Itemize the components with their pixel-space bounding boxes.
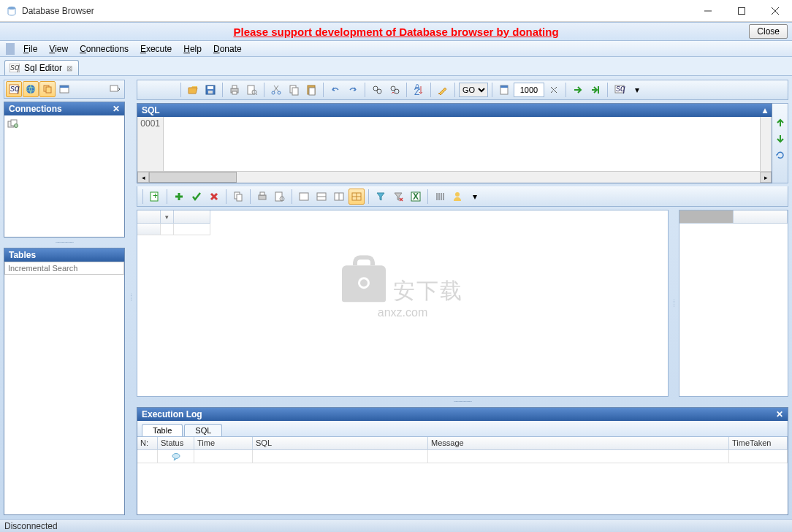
redo-icon[interactable] xyxy=(345,82,361,98)
menu-execute[interactable]: Execute xyxy=(136,42,176,56)
new-record-icon[interactable]: + xyxy=(147,189,163,205)
copy-clipboard-icon[interactable] xyxy=(286,82,302,98)
banner-close-button[interactable]: Close xyxy=(749,24,788,39)
copy-icon[interactable] xyxy=(39,81,56,97)
view4-icon[interactable] xyxy=(349,189,365,205)
splitter-horizontal[interactable] xyxy=(4,240,125,245)
svg-rect-12 xyxy=(46,87,51,93)
export-excel-icon[interactable]: X xyxy=(408,189,424,205)
svg-rect-56 xyxy=(237,194,242,201)
delete-icon[interactable] xyxy=(206,189,222,205)
log-tab-table[interactable]: Table xyxy=(142,424,183,436)
refresh-icon[interactable] xyxy=(774,149,786,161)
status-text: Disconnected xyxy=(4,521,58,531)
grid-row-selector[interactable] xyxy=(161,210,174,224)
paste-icon[interactable] xyxy=(303,82,319,98)
limit-toggle-icon[interactable] xyxy=(546,82,562,98)
watermark: 安下载 anxz.com xyxy=(342,265,463,319)
minimize-button[interactable] xyxy=(691,0,725,22)
find-icon[interactable] xyxy=(369,82,385,98)
sql-side-toolbar xyxy=(772,103,788,183)
duplicate-icon[interactable] xyxy=(230,189,246,205)
sql-editor[interactable] xyxy=(164,117,760,171)
replace-icon[interactable] xyxy=(387,82,403,98)
log-row[interactable] xyxy=(137,450,788,463)
open-icon[interactable] xyxy=(185,82,201,98)
exec-log-close-icon[interactable]: ✕ xyxy=(776,409,783,419)
window-title: Database Browser xyxy=(22,6,691,16)
scroll-left-icon[interactable]: ◂ xyxy=(137,172,149,183)
grid-corner[interactable] xyxy=(137,210,161,224)
log-col-sql[interactable]: SQL xyxy=(253,437,428,449)
history-up-icon[interactable] xyxy=(774,117,786,129)
menu-help[interactable]: Help xyxy=(179,42,206,56)
log-col-message[interactable]: Message xyxy=(428,437,729,449)
log-col-time[interactable]: Time xyxy=(194,437,253,449)
execute-icon[interactable] xyxy=(570,82,586,98)
page-icon[interactable] xyxy=(496,82,512,98)
limit-input[interactable] xyxy=(514,83,544,97)
filter-icon[interactable] xyxy=(373,189,389,205)
side-grid[interactable] xyxy=(679,210,788,397)
menu-donate[interactable]: Donate xyxy=(209,42,246,56)
view3-icon[interactable] xyxy=(331,189,347,205)
tab-close-icon[interactable]: ⊠ xyxy=(66,64,72,72)
log-col-status[interactable]: Status xyxy=(158,437,194,449)
dropdown-icon[interactable] xyxy=(107,81,123,97)
filter-clear-icon[interactable] xyxy=(390,189,406,205)
user-icon[interactable] xyxy=(449,189,465,205)
splitter-vertical[interactable] xyxy=(129,80,133,515)
save-icon[interactable] xyxy=(202,82,218,98)
execute-step-icon[interactable] xyxy=(587,82,603,98)
log-col-timetaken[interactable]: TimeTaken xyxy=(729,437,788,449)
hscrollbar[interactable]: ◂ ▸ xyxy=(137,171,772,183)
menu-view[interactable]: View xyxy=(45,42,72,56)
grid-col-header[interactable] xyxy=(174,210,210,224)
columns-icon[interactable] xyxy=(432,189,448,205)
preview-results-icon[interactable] xyxy=(272,189,288,205)
close-window-button[interactable] xyxy=(758,0,792,22)
sort-icon[interactable]: AZ xyxy=(411,82,427,98)
view2-icon[interactable] xyxy=(313,189,330,205)
collapse-icon[interactable]: ▴ xyxy=(763,105,767,115)
undo-icon[interactable] xyxy=(327,82,343,98)
menu-file[interactable]: File xyxy=(19,42,42,56)
toolbar-dropdown-icon[interactable]: ▾ xyxy=(629,82,645,98)
add-icon[interactable] xyxy=(171,189,187,205)
svg-rect-2 xyxy=(739,7,745,14)
print-results-icon[interactable] xyxy=(254,189,270,205)
menu-connections[interactable]: Connections xyxy=(75,42,133,56)
splitter-log[interactable] xyxy=(137,400,788,404)
tables-list[interactable] xyxy=(4,275,124,514)
maximize-button[interactable] xyxy=(725,0,758,22)
print-icon[interactable] xyxy=(226,82,243,98)
log-grid-header: N: Status Time SQL Message TimeTaken xyxy=(137,437,788,450)
svg-point-77 xyxy=(455,192,460,197)
view1-icon[interactable] xyxy=(296,189,312,205)
connections-close-icon[interactable]: ✕ xyxy=(113,104,120,114)
print-preview-icon[interactable] xyxy=(244,82,260,98)
results-dropdown-icon[interactable]: ▾ xyxy=(467,189,483,205)
results-grid[interactable]: 安下载 anxz.com xyxy=(137,210,669,397)
connections-tree[interactable] xyxy=(4,115,124,237)
format-icon[interactable] xyxy=(435,82,451,98)
svg-text:+: + xyxy=(153,191,158,201)
incremental-search-input[interactable] xyxy=(4,262,124,275)
splitter-results[interactable] xyxy=(671,210,676,397)
app-icon xyxy=(6,5,18,17)
vscrollbar[interactable] xyxy=(760,117,772,171)
globe-icon[interactable] xyxy=(23,81,39,97)
script-icon[interactable]: sql xyxy=(612,82,628,98)
sql-page-icon[interactable]: sql xyxy=(6,81,22,97)
log-tab-sql[interactable]: SQL xyxy=(184,424,222,436)
scroll-right-icon[interactable]: ▸ xyxy=(760,172,772,183)
log-col-n[interactable]: N: xyxy=(137,437,158,449)
database-icon xyxy=(7,118,121,129)
go-select[interactable]: GO xyxy=(459,83,488,97)
commit-icon[interactable] xyxy=(189,189,205,205)
history-down-icon[interactable] xyxy=(774,133,786,145)
window-icon[interactable] xyxy=(56,81,72,97)
cut-icon[interactable] xyxy=(268,82,284,98)
tab-sql-editor[interactable]: sql Sql Editor ⊠ xyxy=(4,60,79,75)
donate-link[interactable]: Please support development of Database b… xyxy=(233,26,558,38)
